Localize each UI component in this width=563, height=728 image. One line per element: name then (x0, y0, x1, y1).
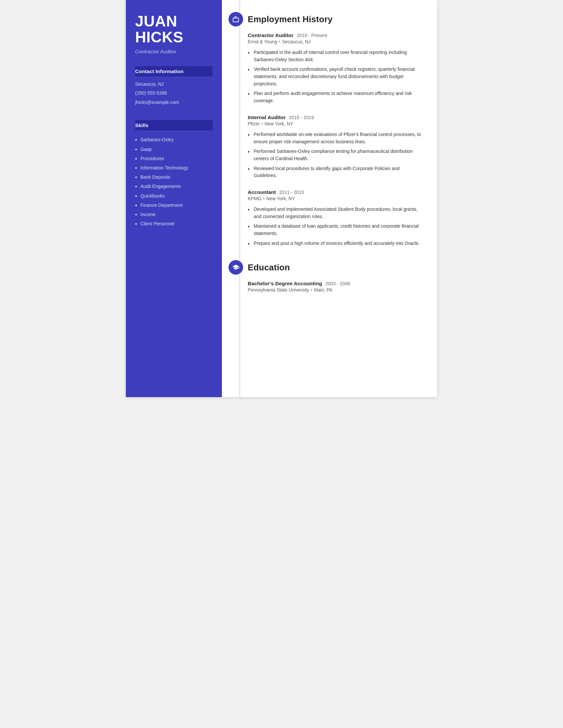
job-bullets: Participated in the audit of internal co… (248, 48, 424, 106)
edu-header: Bachelor's Degree Accounting2003 - 2006 (248, 281, 424, 287)
job-header: Contractor Auditor2019 - Present (248, 32, 424, 38)
job-bullets: Developed and implemented Associated Stu… (248, 205, 424, 248)
jobs-container: Contractor Auditor2019 - PresentErnst & … (228, 32, 424, 248)
job-title: Contractor Auditor (248, 32, 294, 38)
skills-header: Skills (135, 120, 212, 130)
job-bullet: Performed Sarbanes-Oxley compliance test… (248, 147, 424, 163)
main-content: Employment History Contractor Auditor201… (222, 0, 437, 397)
briefcase-icon (228, 12, 243, 26)
skills-section: Skills Sarbanes-OxleyGaapProceduresInfor… (135, 117, 212, 228)
graduation-icon (228, 260, 243, 275)
candidate-name: JUAN HICKS (135, 13, 212, 45)
education-title: Education (248, 262, 290, 273)
employment-section: Employment History Contractor Auditor201… (228, 12, 424, 248)
job-block: Internal Auditor2015 - 2019Pfizer•New Yo… (228, 114, 424, 181)
skill-item: Client Personnel (135, 219, 212, 228)
skill-item: Sarbanes-Oxley (135, 135, 212, 144)
name-block: JUAN HICKS Contractor Auditor (135, 13, 212, 54)
job-bullet: Plan and perform audit engagements to ac… (248, 89, 424, 106)
job-bullet: Participated in the audit of internal co… (248, 48, 424, 65)
candidate-job-title: Contractor Auditor (135, 49, 212, 54)
skill-item: Income (135, 210, 212, 219)
job-title: Internal Auditor (248, 114, 286, 120)
education-title-row: Education (228, 260, 424, 275)
job-company: Pfizer•New York, NY (248, 121, 424, 126)
resume-container: JUAN HICKS Contractor Auditor Contact In… (126, 0, 437, 397)
contact-header: Contact Information (135, 66, 212, 76)
job-bullet: Prepare and post a high volume of invoic… (248, 239, 424, 249)
job-bullet: Performed worldwide on-site evaluations … (248, 130, 424, 147)
skill-item: Audit Engagements (135, 182, 212, 191)
job-company: Ernst & Young•Secaucus, NJ (248, 39, 424, 44)
job-company: KPMG•New York, NY (248, 196, 424, 201)
skills-list: Sarbanes-OxleyGaapProceduresInformation … (135, 135, 212, 228)
job-bullet: Maintained a database of loan applicants… (248, 221, 424, 238)
job-header: Accountant2011 - 2015 (248, 189, 424, 195)
edu-degree: Bachelor's Degree Accounting (248, 281, 322, 287)
edu-dates: 2003 - 2006 (325, 281, 350, 286)
job-bullet: Developed and implemented Associated Stu… (248, 205, 424, 221)
job-block: Accountant2011 - 2015KPMG•New York, NYDe… (228, 189, 424, 248)
employment-title: Employment History (248, 14, 333, 24)
edu-school: Pennsylvania State University•Main, PA (248, 287, 424, 293)
edu-block: Bachelor's Degree Accounting2003 - 2006P… (228, 281, 424, 293)
employment-title-row: Employment History (228, 12, 424, 26)
job-title: Accountant (248, 189, 276, 195)
skill-item: Quickbooks (135, 191, 212, 201)
contact-section: Contact Information Secaucus, NJ (250) 5… (135, 64, 212, 109)
skill-item: Gaap (135, 145, 212, 154)
job-bullet: Verified bank account confirmations, pay… (248, 65, 424, 89)
education-section: Education Bachelor's Degree Accounting20… (228, 260, 424, 293)
job-dates: 2019 - Present (297, 33, 327, 38)
job-bullets: Performed worldwide on-site evaluations … (248, 130, 424, 181)
job-bullet: Reviewed local procedures to identify ga… (248, 164, 424, 181)
job-dates: 2015 - 2019 (289, 115, 314, 120)
skill-item: Information Technology (135, 163, 212, 172)
job-block: Contractor Auditor2019 - PresentErnst & … (228, 32, 424, 106)
skill-item: Finance Department (135, 201, 212, 210)
job-header: Internal Auditor2015 - 2019 (248, 114, 424, 120)
contact-location: Secaucus, NJ (135, 81, 212, 88)
edu-container: Bachelor's Degree Accounting2003 - 2006P… (228, 281, 424, 293)
skill-item: Procedures (135, 154, 212, 163)
skill-item: Bank Deposits (135, 172, 212, 182)
contact-phone: (250) 555-5266 (135, 90, 212, 97)
sidebar: JUAN HICKS Contractor Auditor Contact In… (126, 0, 222, 397)
job-dates: 2011 - 2015 (279, 190, 304, 195)
contact-email: jhicks@example.com (135, 99, 212, 106)
